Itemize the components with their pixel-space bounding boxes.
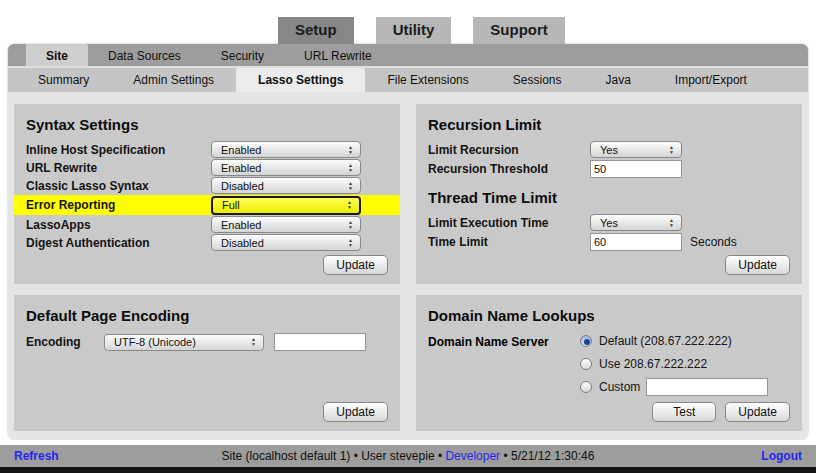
- session-status: Site (localhost default 1) • User stevep…: [222, 449, 595, 463]
- setting-label: LassoApps: [26, 218, 211, 232]
- dns-update-button[interactable]: Update: [725, 402, 790, 422]
- time-limit-input[interactable]: [590, 233, 682, 251]
- panel-title: Syntax Settings: [26, 116, 388, 133]
- thread-update-button[interactable]: Update: [725, 255, 790, 275]
- seconds-label: Seconds: [690, 235, 737, 249]
- selected-value: Enabled: [221, 144, 345, 156]
- digest-authentication-select[interactable]: Disabled: [211, 234, 361, 251]
- panel-title: Recursion Limit: [428, 116, 790, 133]
- setting-label: Digest Authentication: [26, 236, 211, 250]
- encoding-select[interactable]: UTF-8 (Unicode): [104, 334, 264, 351]
- stepper-arrows-icon: [345, 220, 356, 230]
- setting-label: URL Rewrite: [26, 161, 211, 175]
- tab-summary[interactable]: Summary: [16, 68, 111, 92]
- radio-button-use[interactable]: [580, 358, 592, 370]
- setting-label: Classic Lasso Syntax: [26, 179, 211, 193]
- tab-lasso-settings[interactable]: Lasso Settings: [236, 68, 365, 92]
- radio-button-default[interactable]: [580, 335, 592, 347]
- lassoapps-select[interactable]: Enabled: [211, 216, 361, 233]
- error-reporting-select[interactable]: Full: [211, 196, 361, 215]
- refresh-link[interactable]: Refresh: [14, 449, 222, 463]
- syntax-update-button[interactable]: Update: [323, 255, 388, 275]
- setting-label: Error Reporting: [26, 198, 211, 212]
- classic-lasso-syntax-select[interactable]: Disabled: [211, 177, 361, 194]
- tab-site[interactable]: Site: [26, 44, 88, 66]
- radio-label: Use 208.67.222.222: [599, 357, 707, 371]
- status-bar: Refresh Site (localhost default 1) • Use…: [0, 445, 816, 467]
- developer-link[interactable]: Developer: [445, 449, 500, 463]
- panel-title: Default Page Encoding: [26, 307, 388, 324]
- tab-utility[interactable]: Utility: [376, 17, 452, 44]
- selected-value: Yes: [600, 144, 666, 156]
- encoding-update-button[interactable]: Update: [323, 402, 388, 422]
- setting-label: Domain Name Server: [428, 332, 580, 396]
- stepper-arrows-icon: [345, 163, 356, 173]
- setting-row: LassoApps Enabled: [26, 216, 388, 233]
- encoding-custom-input[interactable]: [274, 333, 366, 351]
- stepper-arrows-icon: [345, 181, 356, 191]
- radio-option-default: Default (208.67.222.222): [580, 332, 768, 350]
- stepper-arrows-icon: [666, 145, 677, 155]
- settings-nav: Summary Admin Settings Lasso Settings Fi…: [8, 68, 808, 92]
- setting-row: URL Rewrite Enabled: [26, 159, 388, 176]
- setting-label: Limit Recursion: [428, 143, 590, 157]
- setting-label: Recursion Threshold: [428, 162, 590, 176]
- custom-dns-input[interactable]: [646, 378, 768, 396]
- tab-import-export[interactable]: Import/Export: [653, 68, 769, 92]
- syntax-settings-panel: Syntax Settings Inline Host Specificatio…: [14, 104, 400, 284]
- panel-title: Domain Name Lookups: [428, 307, 790, 324]
- setting-label: Limit Execution Time: [428, 216, 590, 230]
- setting-row: Time Limit Seconds: [428, 232, 790, 252]
- url-rewrite-select[interactable]: Enabled: [211, 159, 361, 176]
- selected-value: Yes: [600, 217, 666, 229]
- recursion-threshold-input[interactable]: [590, 160, 682, 178]
- tab-setup[interactable]: Setup: [278, 17, 354, 44]
- dns-radio-group: Default (208.67.222.222) Use 208.67.222.…: [580, 332, 768, 396]
- setting-row: Classic Lasso Syntax Disabled: [26, 177, 388, 194]
- stepper-arrows-icon: [344, 200, 355, 210]
- selected-value: Enabled: [221, 162, 345, 174]
- content-area: Syntax Settings Inline Host Specificatio…: [8, 92, 808, 440]
- inline-host-specification-select[interactable]: Enabled: [211, 141, 361, 158]
- domain-name-lookups-panel: Domain Name Lookups Domain Name Server D…: [416, 295, 802, 431]
- tab-java[interactable]: Java: [584, 68, 653, 92]
- status-suffix: • 5/21/12 1:30:46: [500, 449, 594, 463]
- recursion-thread-panel: Recursion Limit Limit Recursion Yes Recu…: [416, 104, 802, 284]
- selected-value: Enabled: [221, 219, 345, 231]
- limit-recursion-select[interactable]: Yes: [590, 141, 682, 158]
- limit-execution-time-select[interactable]: Yes: [590, 214, 682, 231]
- selected-value: Full: [222, 199, 344, 211]
- status-prefix: Site (localhost default 1) • User stevep…: [222, 449, 446, 463]
- tab-admin-settings[interactable]: Admin Settings: [111, 68, 236, 92]
- dns-setting: Domain Name Server Default (208.67.222.2…: [428, 332, 790, 396]
- stepper-arrows-icon: [345, 238, 356, 248]
- tab-file-extensions[interactable]: File Extensions: [365, 68, 490, 92]
- tab-url-rewrite[interactable]: URL Rewrite: [284, 44, 392, 66]
- radio-label: Custom: [599, 380, 640, 394]
- default-page-encoding-panel: Default Page Encoding Encoding UTF-8 (Un…: [14, 295, 400, 431]
- bottom-border-bar: [0, 467, 816, 473]
- stepper-arrows-icon: [666, 218, 677, 228]
- setting-row: Encoding UTF-8 (Unicode): [26, 332, 388, 352]
- logout-link[interactable]: Logout: [594, 449, 802, 463]
- selected-value: Disabled: [221, 180, 345, 192]
- setting-row: Inline Host Specification Enabled: [26, 141, 388, 158]
- site-nav: Site Data Sources Security URL Rewrite: [8, 44, 808, 68]
- radio-button-custom[interactable]: [580, 381, 592, 393]
- setting-label: Time Limit: [428, 235, 590, 249]
- tab-security[interactable]: Security: [201, 44, 284, 66]
- radio-option-use: Use 208.67.222.222: [580, 355, 768, 373]
- stepper-arrows-icon: [248, 337, 259, 347]
- radio-option-custom: Custom: [580, 378, 768, 396]
- setting-row: Digest Authentication Disabled: [26, 234, 388, 251]
- primary-nav: Setup Utility Support: [0, 0, 816, 44]
- dns-test-button[interactable]: Test: [652, 402, 716, 422]
- panel-title: Thread Time Limit: [428, 189, 790, 206]
- setting-row: Limit Execution Time Yes: [428, 214, 790, 231]
- tab-data-sources[interactable]: Data Sources: [88, 44, 201, 66]
- setting-label: Inline Host Specification: [26, 143, 211, 157]
- stepper-arrows-icon: [345, 145, 356, 155]
- radio-label: Default (208.67.222.222): [599, 334, 732, 348]
- tab-sessions[interactable]: Sessions: [491, 68, 584, 92]
- tab-support[interactable]: Support: [473, 17, 565, 44]
